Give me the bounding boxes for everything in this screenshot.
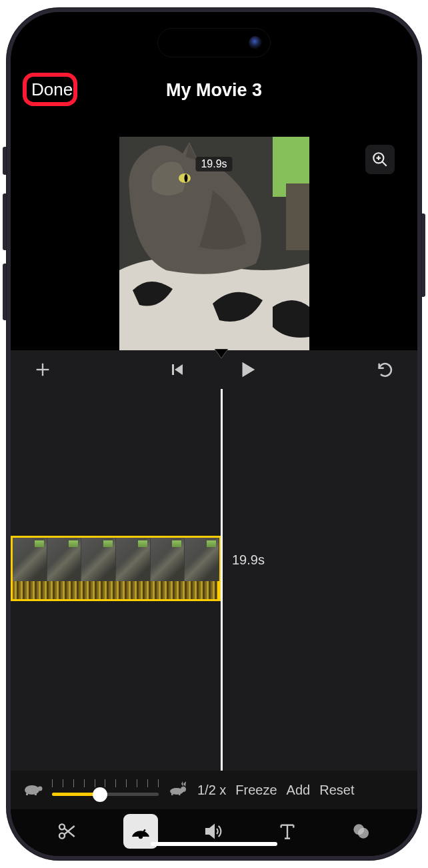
svg-point-25 [139, 835, 142, 838]
slider-knob[interactable] [93, 787, 107, 802]
playhead-marker-icon [213, 349, 229, 358]
tab-filters[interactable] [343, 814, 378, 849]
undo-icon [376, 360, 395, 379]
plus-icon [33, 360, 52, 379]
clip-thumbnail [47, 538, 82, 581]
filters-icon [350, 821, 371, 842]
svg-rect-18 [171, 793, 173, 795]
tool-tabs [11, 809, 417, 856]
project-title: My Movie 3 [166, 80, 262, 101]
phone-frame: Done My Movie 3 [6, 7, 422, 861]
done-button[interactable]: Done [27, 77, 77, 103]
scissors-icon [57, 821, 78, 842]
slider-ticks [52, 779, 159, 789]
magnifier-plus-icon [371, 151, 389, 168]
video-clip[interactable] [11, 536, 221, 581]
clip-thumbnail [13, 538, 47, 581]
home-indicator[interactable] [151, 842, 277, 846]
svg-rect-15 [35, 793, 37, 795]
svg-rect-14 [26, 793, 28, 795]
editor-header: Done My Movie 3 [11, 80, 417, 137]
rabbit-icon [168, 781, 188, 799]
speed-controls: 1/2 x Freeze Add Reset [11, 771, 417, 809]
undo-button[interactable] [376, 360, 395, 379]
svg-point-13 [38, 786, 43, 791]
video-preview[interactable]: 19.9s [119, 137, 309, 350]
zoom-button[interactable] [365, 145, 395, 174]
text-icon [277, 821, 298, 842]
phone-screen: Done My Movie 3 [11, 12, 417, 856]
svg-rect-19 [179, 793, 181, 795]
transport-bar [11, 350, 417, 389]
speed-slider[interactable] [52, 779, 159, 801]
svg-line-6 [382, 161, 387, 166]
svg-rect-11 [172, 364, 174, 375]
svg-point-32 [358, 828, 369, 839]
play-icon [237, 360, 257, 380]
svg-point-12 [25, 785, 39, 795]
preview-area: 19.9s [11, 137, 417, 350]
svg-rect-2 [286, 183, 309, 250]
preview-duration-badge: 19.9s [195, 157, 232, 171]
svg-point-17 [181, 787, 186, 792]
clip-duration-label: 19.9s [232, 552, 265, 568]
skip-back-icon [169, 362, 185, 378]
reset-speed-button[interactable]: Reset [319, 783, 354, 798]
add-freeze-button[interactable]: Add [287, 783, 311, 798]
speed-multiplier-label: 1/2 x [197, 783, 226, 798]
speaker-icon [203, 821, 225, 842]
play-button[interactable] [237, 360, 257, 380]
freeze-button[interactable]: Freeze [235, 783, 277, 798]
timeline[interactable]: 19.9s [11, 389, 417, 771]
clip-thumbnail [81, 538, 116, 581]
turtle-icon [23, 781, 43, 799]
svg-point-4 [184, 174, 187, 182]
speedometer-icon [130, 821, 151, 842]
skip-to-start-button[interactable] [169, 362, 185, 378]
clip-thumbnail [185, 538, 219, 581]
add-media-button[interactable] [33, 360, 52, 379]
audio-waveform[interactable] [11, 581, 221, 601]
clip-thumbnail [116, 538, 151, 581]
tab-actions[interactable] [50, 814, 85, 849]
playhead[interactable] [221, 389, 223, 771]
clip-thumbnail [151, 538, 185, 581]
